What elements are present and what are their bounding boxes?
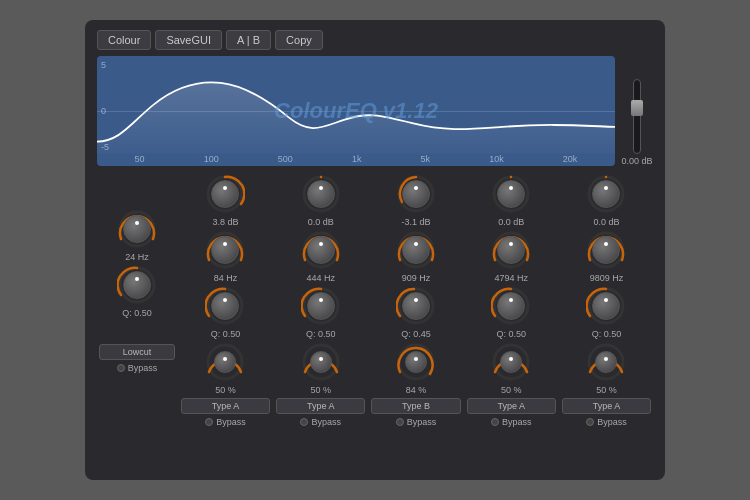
band-strip-5: 0.0 dB 4794 Hz Q: 0.50	[465, 172, 558, 468]
band4-bypass-led[interactable]	[396, 418, 404, 426]
band5-mix-knob[interactable]	[500, 351, 522, 373]
band5-q-label: Q: 0.50	[496, 329, 526, 339]
band5-bypass-led[interactable]	[491, 418, 499, 426]
band6-bypass-row: Bypass	[586, 417, 627, 427]
band4-q-knob[interactable]	[402, 292, 430, 320]
band4-mix-label: 84 %	[406, 385, 427, 395]
band5-q-knob-wrap	[491, 286, 531, 326]
freq-20k: 20k	[563, 154, 578, 164]
band1-bypass-led[interactable]	[117, 364, 125, 372]
band5-freq-label: 4794 Hz	[494, 273, 528, 283]
band4-mix-knob[interactable]	[405, 351, 427, 373]
band4-bypass-label[interactable]: Bypass	[407, 417, 437, 427]
band4-gain-knob-wrap	[396, 174, 436, 214]
freq-1k: 1k	[352, 154, 362, 164]
gain-slider-thumb[interactable]	[631, 100, 643, 116]
band6-gain-label: 0.0 dB	[593, 217, 619, 227]
band1-type-btn[interactable]: Lowcut	[99, 344, 175, 360]
band5-mix-label: 50 %	[501, 385, 522, 395]
band3-q-knob[interactable]	[307, 292, 335, 320]
band3-type-btn[interactable]: Type A	[276, 398, 365, 414]
band2-q-label: Q: 0.50	[211, 329, 241, 339]
band4-gain-label: -3.1 dB	[401, 217, 430, 227]
band3-mix-label: 50 %	[310, 385, 331, 395]
band5-freq-knob-wrap	[491, 230, 531, 270]
band6-type-btn[interactable]: Type A	[562, 398, 651, 414]
band2-bypass-led[interactable]	[205, 418, 213, 426]
band-strip-1: 24 Hz Q: 0.50 Lowcut Bypass	[97, 172, 177, 468]
band1-q-label: Q: 0.50	[122, 308, 152, 318]
band-strip-2: 3.8 dB 84 Hz Q: 0.50	[179, 172, 272, 468]
freq-labels: 50 100 500 1k 5k 10k 20k	[97, 154, 615, 164]
band6-bypass-label[interactable]: Bypass	[597, 417, 627, 427]
freq-5k: 5k	[421, 154, 431, 164]
band2-freq-label: 84 Hz	[214, 273, 238, 283]
gain-slider-track[interactable]	[633, 79, 641, 154]
band2-mix-knob-wrap	[205, 342, 245, 382]
band3-freq-knob-wrap	[301, 230, 341, 270]
band1-bypass-label[interactable]: Bypass	[128, 363, 158, 373]
savegui-button[interactable]: SaveGUI	[155, 30, 222, 50]
band4-freq-knob[interactable]	[402, 236, 430, 264]
band2-bypass-label[interactable]: Bypass	[216, 417, 246, 427]
band4-bypass-row: Bypass	[396, 417, 437, 427]
band4-freq-knob-wrap	[396, 230, 436, 270]
band4-freq-label: 909 Hz	[402, 273, 431, 283]
band3-gain-knob-wrap	[301, 174, 341, 214]
colour-button[interactable]: Colour	[97, 30, 151, 50]
eq-curve	[97, 56, 615, 166]
band5-gain-knob[interactable]	[497, 180, 525, 208]
band3-bypass-label[interactable]: Bypass	[311, 417, 341, 427]
band3-bypass-led[interactable]	[300, 418, 308, 426]
band1-q-knob-wrap	[117, 265, 157, 305]
band5-q-knob[interactable]	[497, 292, 525, 320]
band6-mix-label: 50 %	[596, 385, 617, 395]
band3-bypass-row: Bypass	[300, 417, 341, 427]
band6-gain-knob-wrap	[586, 174, 626, 214]
band4-gain-knob[interactable]	[402, 180, 430, 208]
band5-bypass-row: Bypass	[491, 417, 532, 427]
band2-type-btn[interactable]: Type A	[181, 398, 270, 414]
eq-display-row: 5 0 -5 50 100 500	[97, 56, 653, 166]
band6-bypass-led[interactable]	[586, 418, 594, 426]
gain-value: 0.00 dB	[621, 156, 652, 166]
band4-type-btn[interactable]: Type B	[371, 398, 460, 414]
band3-gain-knob[interactable]	[307, 180, 335, 208]
band3-q-knob-wrap	[301, 286, 341, 326]
top-bar: Colour SaveGUI A | B Copy	[97, 30, 653, 50]
gain-slider-container: 0.00 dB	[621, 56, 653, 166]
band1-bypass-row: Bypass	[117, 363, 158, 373]
freq-100: 100	[204, 154, 219, 164]
band6-q-label: Q: 0.50	[592, 329, 622, 339]
band2-mix-label: 50 %	[215, 385, 236, 395]
band5-bypass-label[interactable]: Bypass	[502, 417, 532, 427]
band1-q-knob[interactable]	[123, 271, 151, 299]
band1-freq-knob-wrap	[117, 209, 157, 249]
band4-mix-knob-wrap	[396, 342, 436, 382]
band5-type-btn[interactable]: Type A	[467, 398, 556, 414]
band5-gain-knob-wrap	[491, 174, 531, 214]
freq-10k: 10k	[489, 154, 504, 164]
band-strip-4: -3.1 dB 909 Hz Q: 0.45	[369, 172, 462, 468]
band2-bypass-row: Bypass	[205, 417, 246, 427]
band4-q-knob-wrap	[396, 286, 436, 326]
band5-mix-knob-wrap	[491, 342, 531, 382]
freq-500: 500	[278, 154, 293, 164]
band3-mix-knob[interactable]	[310, 351, 332, 373]
freq-50: 50	[135, 154, 145, 164]
band2-gain-knob-wrap	[205, 174, 245, 214]
band1-freq-knob[interactable]	[123, 215, 151, 243]
ab-button[interactable]: A | B	[226, 30, 271, 50]
band4-q-label: Q: 0.45	[401, 329, 431, 339]
copy-button[interactable]: Copy	[275, 30, 323, 50]
band3-freq-label: 444 Hz	[306, 273, 335, 283]
band3-freq-knob[interactable]	[307, 236, 335, 264]
band6-q-knob-wrap	[586, 286, 626, 326]
plugin-container: Colour SaveGUI A | B Copy 5 0 -5	[85, 20, 665, 480]
band-strip-3: 0.0 dB 444 Hz Q: 0.50	[274, 172, 367, 468]
band6-mix-knob-wrap	[586, 342, 626, 382]
band3-gain-label: 0.0 dB	[308, 217, 334, 227]
band5-freq-knob[interactable]	[497, 236, 525, 264]
eq-display[interactable]: 5 0 -5 50 100 500	[97, 56, 615, 166]
band3-mix-knob-wrap	[301, 342, 341, 382]
